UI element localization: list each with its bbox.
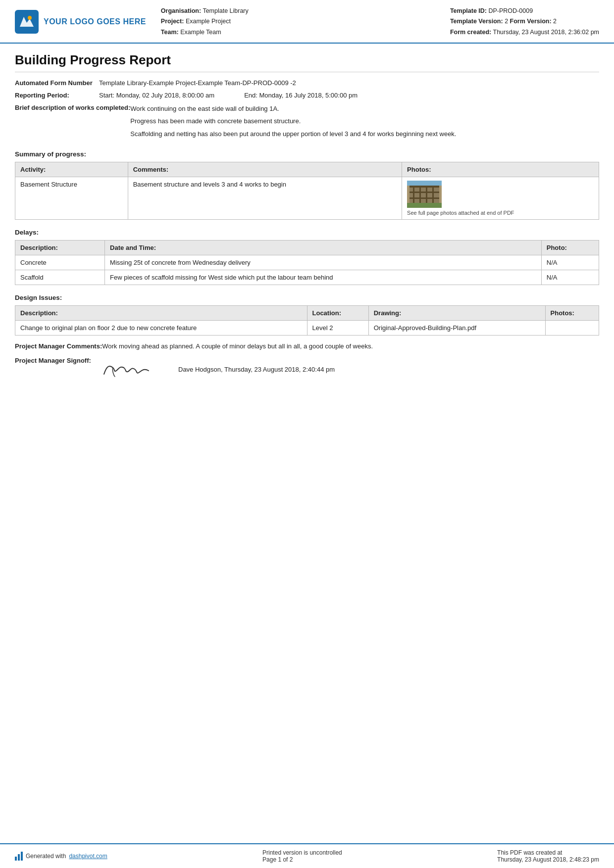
reporting-period-end: End: Monday, 16 July 2018, 5:00:00 pm [244, 92, 358, 99]
svg-rect-9 [426, 186, 427, 205]
delays-row-2: Scaffold Few pieces of scaffold missing … [15, 270, 599, 285]
svg-rect-10 [432, 186, 434, 205]
photo-thumbnail [407, 181, 442, 208]
delays-photo-1: N/A [541, 255, 599, 270]
pm-signoff-name: Dave Hodgson, Thursday, 23 August 2018, … [178, 366, 335, 373]
svg-rect-11 [407, 203, 442, 208]
main-content: Building Progress Report Automated Form … [0, 44, 614, 438]
pdf-created-label: This PDF was created at [497, 849, 599, 856]
generated-label: Generated with [26, 853, 66, 860]
svg-rect-8 [419, 186, 421, 205]
summary-table: Activity: Comments: Photos: Basement Str… [15, 162, 599, 220]
reporting-period-start: Start: Monday, 02 July 2018, 8:00:00 am [99, 92, 214, 99]
design-drawing-1: Original-Approved-Building-Plan.pdf [368, 321, 545, 336]
delays-description-2: Scaffold [15, 270, 105, 285]
template-version-label: Template Version: [450, 18, 503, 25]
design-col-description: Description: [15, 306, 307, 321]
summary-col-comments: Comments: [128, 162, 402, 177]
automated-form-number-row: Automated Form Number Template Library-E… [15, 79, 599, 87]
brief-description-values: Work continuing on the east side wall of… [130, 104, 599, 142]
form-created-label: Form created: [450, 29, 491, 36]
brief-description-line-3: Scaffolding and netting has also been pu… [130, 129, 599, 139]
brief-description-row: Brief description of works completed: Wo… [15, 104, 599, 142]
signoff-section: Project Manager Comments: Work moving ah… [15, 342, 599, 382]
page-label: Page 1 of 2 [262, 856, 342, 863]
dashpivot-link[interactable]: dashpivot.com [69, 853, 107, 860]
design-col-location: Location: [307, 306, 368, 321]
pm-comments-label: Project Manager Comments: [15, 342, 102, 350]
org-value: Template Library [203, 7, 248, 14]
page-number: Page 1 [262, 856, 283, 863]
pm-comments-value: Work moving ahead as planned. A couple o… [102, 342, 599, 350]
brief-description-line-1: Work continuing on the east side wall of… [130, 104, 599, 114]
automated-form-number-value: Template Library-Example Project-Example… [99, 79, 599, 87]
logo-icon [15, 10, 39, 34]
summary-col-photos: Photos: [402, 162, 599, 177]
footer-pdf-created: This PDF was created at Thursday, 23 Aug… [497, 849, 599, 863]
delays-heading: Delays: [15, 229, 599, 236]
report-title: Building Progress Report [15, 52, 599, 72]
pm-signoff-row: Project Manager Signoff: Dave Hodgson, T… [15, 357, 599, 382]
header-meta-right: Template ID: DP-PROD-0009 Template Versi… [450, 6, 599, 38]
footer: Generated with dashpivot.com Printed ver… [0, 843, 614, 868]
delays-col-datetime: Date and Time: [105, 241, 542, 255]
design-photos-1 [545, 321, 599, 336]
summary-heading: Summary of progress: [15, 150, 599, 158]
svg-rect-12 [407, 181, 442, 186]
delays-table: Description: Date and Time: Photo: Concr… [15, 240, 599, 285]
svg-rect-0 [15, 10, 39, 34]
logo-text: YOUR LOGO GOES HERE [44, 17, 146, 26]
summary-comments-1: Basement structure and levels 3 and 4 wo… [128, 177, 402, 220]
dashpivot-icon [15, 852, 23, 861]
svg-point-1 [28, 16, 32, 20]
project-value: Example Project [186, 18, 231, 25]
template-id-value: DP-PROD-0009 [488, 7, 533, 14]
pm-comments-row: Project Manager Comments: Work moving ah… [15, 342, 599, 350]
delays-col-description: Description: [15, 241, 105, 255]
summary-col-activity: Activity: [15, 162, 128, 177]
reporting-period-label: Reporting Period: [15, 92, 99, 99]
header: YOUR LOGO GOES HERE Organisation: Templa… [0, 0, 614, 44]
brief-description-label: Brief description of works completed: [15, 104, 130, 111]
automated-form-number-label: Automated Form Number [15, 79, 99, 87]
delays-row-1: Concrete Missing 25t of concrete from We… [15, 255, 599, 270]
delays-col-photo: Photo: [541, 241, 599, 255]
team-value: Example Team [180, 29, 221, 36]
delays-photo-2: N/A [541, 270, 599, 285]
photo-caption: See full page photos attached at end of … [407, 210, 594, 216]
reporting-period-values: Start: Monday, 02 July 2018, 8:00:00 am … [99, 92, 599, 99]
team-label: Team: [161, 29, 179, 36]
template-id-label: Template ID: [450, 7, 487, 14]
delays-datetime-2: Few pieces of scaffold missing for West … [105, 270, 542, 285]
project-label: Project: [161, 18, 184, 25]
summary-activity-1: Basement Structure [15, 177, 128, 220]
footer-printed: Printed version is uncontrolled Page 1 o… [262, 849, 342, 863]
pdf-created-value: Thursday, 23 August 2018, 2:48:23 pm [497, 856, 599, 863]
form-created-value: Thursday, 23 August 2018, 2:36:02 pm [493, 29, 600, 36]
printed-label: Printed version is uncontrolled [262, 849, 342, 856]
svg-rect-7 [413, 186, 414, 205]
summary-row-1: Basement Structure Basement structure an… [15, 177, 599, 220]
footer-generated: Generated with dashpivot.com [15, 852, 107, 861]
summary-photos-1: See full page photos attached at end of … [402, 177, 599, 220]
logo-area: YOUR LOGO GOES HERE [15, 6, 146, 38]
header-meta-center: Organisation: Template Library Project: … [146, 6, 450, 38]
reporting-period-row: Reporting Period: Start: Monday, 02 July… [15, 92, 599, 99]
template-version-value: 2 [505, 18, 508, 25]
form-version-label: Form Version: [510, 18, 552, 25]
pm-signoff-label: Project Manager Signoff: [15, 357, 99, 364]
design-location-1: Level 2 [307, 321, 368, 336]
design-col-drawing: Drawing: [368, 306, 545, 321]
signature-image [99, 357, 158, 382]
delays-description-1: Concrete [15, 255, 105, 270]
design-issues-heading: Design Issues: [15, 294, 599, 301]
brief-description-line-2: Progress has been made with concrete bas… [130, 116, 599, 126]
design-row-1: Change to original plan on floor 2 due t… [15, 321, 599, 336]
org-label: Organisation: [161, 7, 201, 14]
design-issues-table: Description: Location: Drawing: Photos: … [15, 305, 599, 336]
delays-datetime-1: Missing 25t of concrete from Wednesday d… [105, 255, 542, 270]
design-col-photos: Photos: [545, 306, 599, 321]
page-of: of 2 [283, 856, 293, 863]
signature-area: Dave Hodgson, Thursday, 23 August 2018, … [99, 357, 599, 382]
design-description-1: Change to original plan on floor 2 due t… [15, 321, 307, 336]
